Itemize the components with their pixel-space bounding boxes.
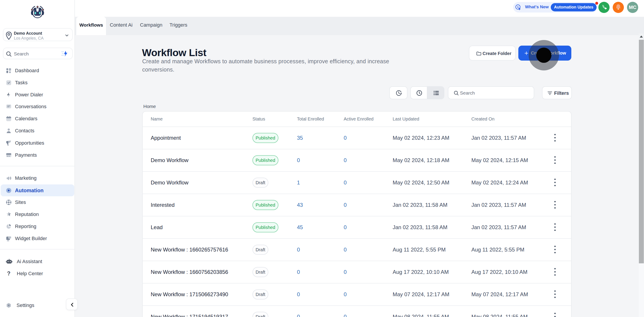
svg-text:?: ?	[7, 271, 10, 276]
